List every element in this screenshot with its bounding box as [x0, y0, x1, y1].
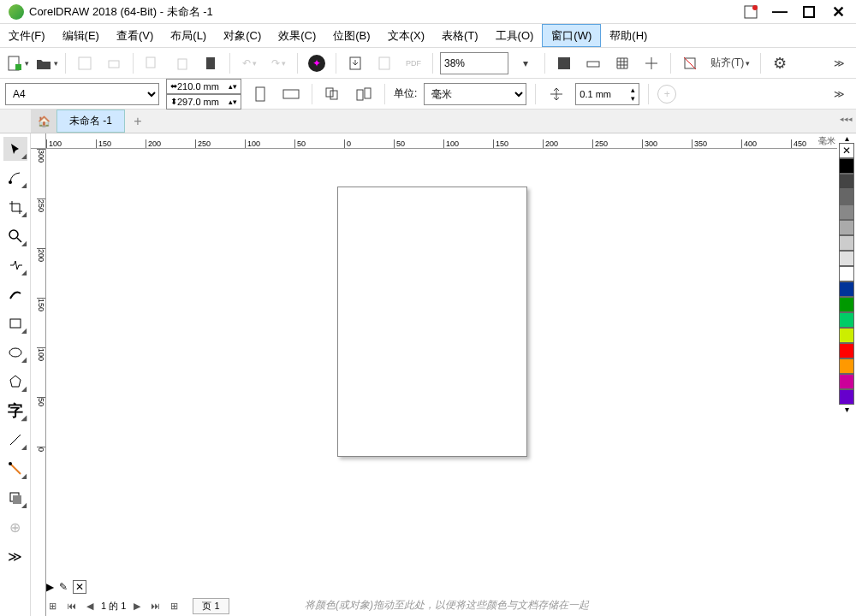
menu-tool[interactable]: 工具(O): [487, 24, 543, 47]
property-overflow[interactable]: ≫: [827, 82, 851, 106]
artistic-media-tool[interactable]: [3, 282, 27, 306]
vertical-ruler[interactable]: 300250200150100500: [31, 149, 46, 616]
docker-toggle[interactable]: ◂◂◂: [840, 115, 853, 123]
menu-object[interactable]: 对象(C): [215, 24, 270, 47]
eyedropper-icon[interactable]: ✎: [59, 581, 68, 593]
fullscreen-button[interactable]: [552, 51, 576, 75]
color-swatch[interactable]: [839, 189, 854, 204]
add-tab-button[interactable]: +: [127, 110, 149, 133]
menu-table[interactable]: 表格(T): [433, 24, 487, 47]
add-page-after[interactable]: ⊞: [168, 601, 181, 612]
first-page[interactable]: ⏮: [64, 601, 79, 611]
portrait-button[interactable]: [248, 82, 272, 106]
color-swatch[interactable]: [839, 174, 854, 189]
zoom-dropdown[interactable]: ▾: [514, 51, 538, 75]
drop-shadow-tool[interactable]: ◢: [3, 486, 27, 510]
home-tab[interactable]: 🏠: [31, 110, 56, 133]
freehand-tool[interactable]: ◢: [3, 253, 27, 277]
page-height[interactable]: [177, 96, 229, 108]
page-dimensions[interactable]: ⬌▴▾ ⬍▴▾: [166, 79, 241, 110]
new-button[interactable]: ▾: [5, 51, 29, 75]
color-swatch[interactable]: [839, 251, 854, 266]
import-button[interactable]: [343, 51, 367, 75]
user-icon[interactable]: [736, 2, 765, 22]
menu-bitmap[interactable]: 位图(B): [324, 24, 378, 47]
color-swatch[interactable]: [839, 281, 854, 297]
pick-tool[interactable]: ◢: [3, 137, 27, 161]
more-tool[interactable]: ⊕: [3, 515, 27, 539]
undo-button[interactable]: ↶▾: [237, 51, 261, 75]
paste-button[interactable]: [169, 51, 193, 75]
close-button[interactable]: ✕: [823, 2, 853, 22]
menu-effect[interactable]: 效果(C): [270, 24, 324, 47]
canvas[interactable]: [46, 149, 837, 590]
add-page-before[interactable]: ⊞: [46, 601, 59, 612]
page-tab[interactable]: 页 1: [193, 598, 229, 614]
menu-window[interactable]: 窗口(W): [542, 24, 601, 47]
all-pages-button[interactable]: [321, 82, 345, 106]
no-color[interactable]: ✕: [839, 143, 854, 158]
palette-up[interactable]: ▴: [837, 133, 856, 143]
toolbox-overflow[interactable]: ≫: [3, 544, 27, 568]
horizontal-ruler[interactable]: 毫米 1001502002501005005010015020025030035…: [46, 133, 837, 149]
document-tab[interactable]: 未命名 -1: [56, 110, 125, 133]
color-swatch[interactable]: [839, 266, 854, 281]
clipboard-button[interactable]: [199, 51, 223, 75]
rectangle-tool[interactable]: ◢: [3, 311, 27, 335]
color-swatch[interactable]: [839, 389, 854, 405]
connector-tool[interactable]: ◢: [3, 457, 27, 481]
menu-edit[interactable]: 编辑(E): [54, 24, 108, 47]
options-button[interactable]: ⚙: [768, 51, 792, 75]
add-preset-button[interactable]: +: [657, 85, 676, 104]
color-swatch[interactable]: [839, 158, 854, 174]
color-swatch[interactable]: [839, 374, 854, 389]
toolbar-overflow[interactable]: ≫: [827, 51, 851, 75]
ellipse-tool[interactable]: ◢: [3, 341, 27, 364]
page[interactable]: [337, 187, 527, 457]
snap-dropdown[interactable]: 贴齐(T)▾: [707, 51, 753, 75]
color-swatch[interactable]: [839, 358, 854, 374]
last-page[interactable]: ⏭: [148, 601, 163, 611]
export-button[interactable]: [372, 51, 396, 75]
open-button[interactable]: ▾: [34, 51, 58, 75]
print-button[interactable]: [102, 51, 126, 75]
ruler-origin[interactable]: [31, 133, 46, 149]
no-color-swatch[interactable]: ✕: [73, 580, 86, 594]
next-page[interactable]: ▶: [131, 601, 143, 612]
save-button[interactable]: [73, 51, 97, 75]
paper-size-select[interactable]: A4: [5, 83, 159, 105]
color-swatch[interactable]: [839, 343, 854, 358]
color-swatch[interactable]: [839, 235, 854, 251]
menu-text[interactable]: 文本(X): [379, 24, 433, 47]
guides-button[interactable]: [639, 51, 663, 75]
effects-button[interactable]: ✦: [305, 51, 329, 75]
landscape-button[interactable]: [279, 82, 303, 106]
color-swatch[interactable]: [839, 312, 854, 328]
color-swatch[interactable]: [839, 297, 854, 312]
color-swatch[interactable]: [839, 204, 854, 220]
zoom-input[interactable]: [440, 52, 508, 74]
menu-help[interactable]: 帮助(H): [601, 24, 656, 47]
redo-button[interactable]: ↷▾: [266, 51, 290, 75]
zoom-tool[interactable]: ◢: [3, 224, 27, 248]
dock-arrow[interactable]: ▶: [46, 581, 54, 593]
page-width[interactable]: [177, 80, 229, 92]
text-tool[interactable]: 字◢: [3, 399, 27, 423]
menu-layout[interactable]: 布局(L): [162, 24, 215, 47]
grid-button[interactable]: [610, 51, 634, 75]
polygon-tool[interactable]: ◢: [3, 370, 27, 394]
shape-tool[interactable]: ◢: [3, 166, 27, 190]
nudge-input[interactable]: [580, 86, 631, 103]
unit-select[interactable]: 毫米: [424, 83, 526, 105]
menu-view[interactable]: 查看(V): [108, 24, 162, 47]
color-swatch[interactable]: [839, 220, 854, 235]
pdf-button[interactable]: PDF: [401, 51, 425, 75]
snap-off-button[interactable]: [678, 51, 702, 75]
ruler-button[interactable]: [581, 51, 605, 75]
color-swatch[interactable]: [839, 328, 854, 343]
minimize-button[interactable]: —: [765, 2, 794, 22]
current-page-button[interactable]: [352, 82, 376, 106]
dimension-tool[interactable]: ◢: [3, 428, 27, 452]
crop-tool[interactable]: ◢: [3, 195, 27, 219]
menu-file[interactable]: 文件(F): [0, 24, 54, 47]
